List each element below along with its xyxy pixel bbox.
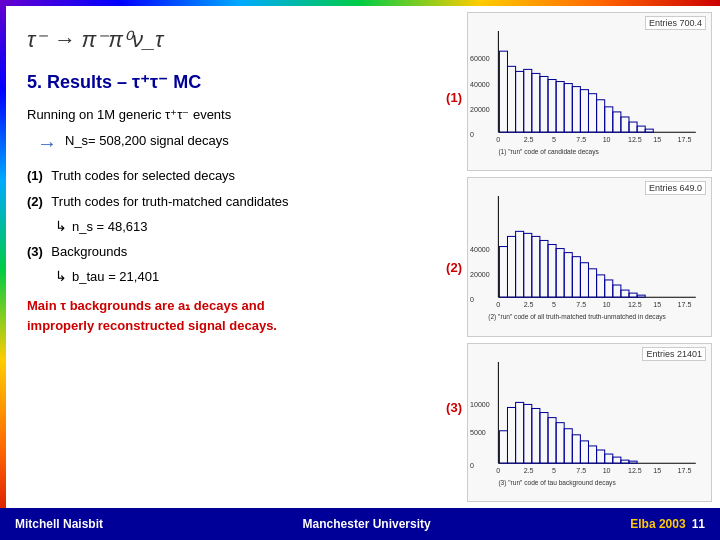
svg-rect-85 [548,417,556,463]
svg-text:2.5: 2.5 [524,136,534,144]
svg-rect-63 [629,293,637,297]
plot-1: Entries 700.4 0 20000 40000 60000 0 2.5 … [467,12,712,171]
svg-rect-14 [499,51,507,132]
badge-1: (1) [446,90,462,105]
svg-rect-60 [605,280,613,297]
svg-rect-80 [507,407,515,463]
main-content: τ⁻ → π⁻π⁰ν_τ 5. Results – τ⁺τ⁻ MC Runnin… [12,12,452,532]
svg-rect-52 [540,241,548,298]
svg-text:12.5: 12.5 [628,302,642,310]
svg-rect-83 [532,408,540,463]
svg-text:7.5: 7.5 [576,136,586,144]
svg-rect-89 [580,441,588,463]
svg-text:17.5: 17.5 [678,302,692,310]
footer-page-number: 11 [692,517,705,531]
footer-right: Elba 2003 11 [630,517,705,531]
plots-area: Entries 700.4 0 20000 40000 60000 0 2.5 … [467,12,712,502]
svg-text:12.5: 12.5 [628,136,642,144]
item-2-subitem: ↳ n_s = 48,613 [55,218,437,234]
plot-2-svg: 0 20000 40000 0 2.5 5 7.5 10 12.5 15 17.… [468,178,711,335]
svg-rect-95 [629,461,637,463]
svg-text:0: 0 [470,131,474,139]
svg-rect-27 [605,107,613,132]
svg-rect-47 [499,247,507,298]
svg-text:17.5: 17.5 [678,136,692,144]
ns-line: → N_s= 508,200 signal decays [37,131,437,157]
footer: Mitchell Naisbit Manchester University E… [0,508,720,540]
plot-3-label: Entries 21401 [642,347,706,361]
svg-rect-23 [572,87,580,133]
svg-rect-28 [613,112,621,132]
svg-text:5: 5 [552,302,556,310]
svg-rect-88 [572,434,580,462]
svg-rect-86 [556,422,564,463]
svg-rect-82 [524,404,532,463]
svg-text:2.5: 2.5 [524,467,534,475]
svg-text:20000: 20000 [470,106,490,114]
svg-rect-51 [532,237,540,298]
svg-text:10: 10 [603,467,611,475]
plot-2: Entries 649.0 0 20000 40000 0 2.5 5 7.5 … [467,177,712,336]
svg-text:7.5: 7.5 [576,467,586,475]
svg-text:60000: 60000 [470,55,490,63]
svg-rect-18 [532,73,540,132]
svg-text:12.5: 12.5 [628,467,642,475]
svg-rect-32 [645,129,653,132]
svg-rect-64 [637,295,645,297]
svg-text:15: 15 [653,302,661,310]
svg-rect-81 [516,402,524,463]
svg-rect-16 [516,71,524,132]
item-2: (2) Truth codes for truth-matched candid… [27,192,437,210]
svg-text:10: 10 [603,136,611,144]
plot-3-svg: 0 5000 10000 0 2.5 5 7.5 10 12.5 15 17.5 [468,344,711,501]
arrow-icon: → [37,132,57,155]
svg-rect-58 [588,269,596,297]
sub-arrow-icon: ↳ [55,218,67,234]
svg-text:40000: 40000 [470,81,490,89]
badge-3: (3) [446,400,462,415]
left-color-bar [0,0,6,540]
svg-text:0: 0 [470,462,474,470]
plot-3: Entries 21401 0 5000 10000 0 2.5 5 7.5 1… [467,343,712,502]
svg-rect-22 [564,84,572,133]
footer-event-text: Elba 2003 [630,517,685,531]
svg-rect-62 [621,290,629,297]
svg-rect-50 [524,234,532,298]
svg-rect-56 [572,257,580,298]
svg-rect-84 [540,412,548,463]
svg-text:0: 0 [496,136,500,144]
svg-rect-92 [605,454,613,463]
plot-2-label: Entries 649.0 [645,181,706,195]
plot-1-svg: 0 20000 40000 60000 0 2.5 5 7.5 10 12.5 … [468,13,711,170]
ns-value: N_s= 508,200 signal decays [65,131,229,151]
svg-text:20000: 20000 [470,271,490,279]
svg-rect-31 [637,126,645,132]
svg-rect-59 [597,275,605,297]
svg-text:0: 0 [496,302,500,310]
footer-left-text: Mitchell Naisbit [15,517,103,531]
svg-text:10000: 10000 [470,401,490,409]
svg-text:17.5: 17.5 [678,467,692,475]
svg-rect-24 [580,90,588,133]
top-color-bar [0,0,720,6]
svg-rect-53 [548,245,556,298]
svg-rect-93 [613,457,621,463]
svg-rect-94 [621,460,629,463]
svg-rect-61 [613,285,621,297]
svg-rect-57 [580,263,588,297]
svg-text:7.5: 7.5 [576,302,586,310]
svg-text:(1) "run" code of candidate de: (1) "run" code of candidate decays [498,148,599,156]
plot-1-label: Entries 700.4 [645,16,706,30]
footer-center-text: Manchester University [303,517,431,531]
highlight-text: Main τ backgrounds are a₁ decays and imp… [27,296,437,335]
svg-text:10: 10 [603,302,611,310]
item-3: (3) Backgrounds [27,242,437,260]
formula: τ⁻ → π⁻π⁰ν_τ [27,27,437,53]
svg-text:15: 15 [653,467,661,475]
svg-rect-29 [621,117,629,132]
section-heading: 5. Results – τ⁺τ⁻ MC [27,71,437,93]
svg-text:5: 5 [552,136,556,144]
sub-arrow-icon2: ↳ [55,268,67,284]
badge-2: (2) [446,260,462,275]
svg-text:5000: 5000 [470,428,486,436]
